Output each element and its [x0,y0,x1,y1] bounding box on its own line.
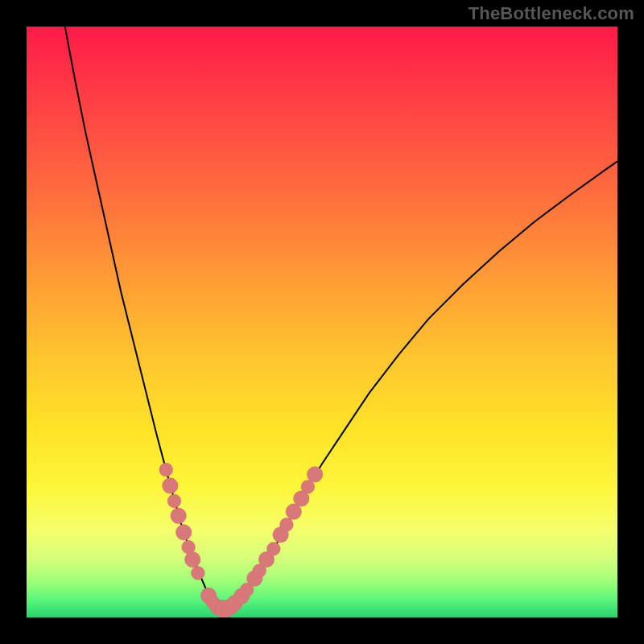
marker-point [159,463,173,477]
marker-point [206,596,220,609]
marker-point [307,467,323,483]
marker-point [163,478,179,494]
marker-point [171,508,187,524]
marker-point [184,551,200,568]
marker-point [301,480,315,493]
marker-point [233,588,250,605]
left-curve [65,27,222,609]
marker-point [253,564,266,578]
marker-point [167,494,181,508]
marker-point [286,504,302,520]
marker-point [191,567,204,580]
marker-point [175,525,192,541]
marker-group [159,463,323,617]
marker-point [200,588,217,604]
marker-point [273,526,289,543]
curves-svg [27,27,617,617]
marker-point [182,540,196,554]
marker-point [266,542,280,555]
marker-point [210,600,226,616]
watermark-text: TheBottleneck.com [469,3,634,24]
chart-frame: TheBottleneck.com [0,0,644,644]
marker-point [258,551,275,568]
right-curve [221,161,617,609]
plot-area [27,27,617,617]
marker-point [280,518,294,531]
marker-point [222,600,238,616]
marker-point [247,571,263,587]
marker-point [240,583,254,597]
marker-point [294,491,310,507]
marker-point [215,601,233,617]
marker-point [227,596,243,612]
